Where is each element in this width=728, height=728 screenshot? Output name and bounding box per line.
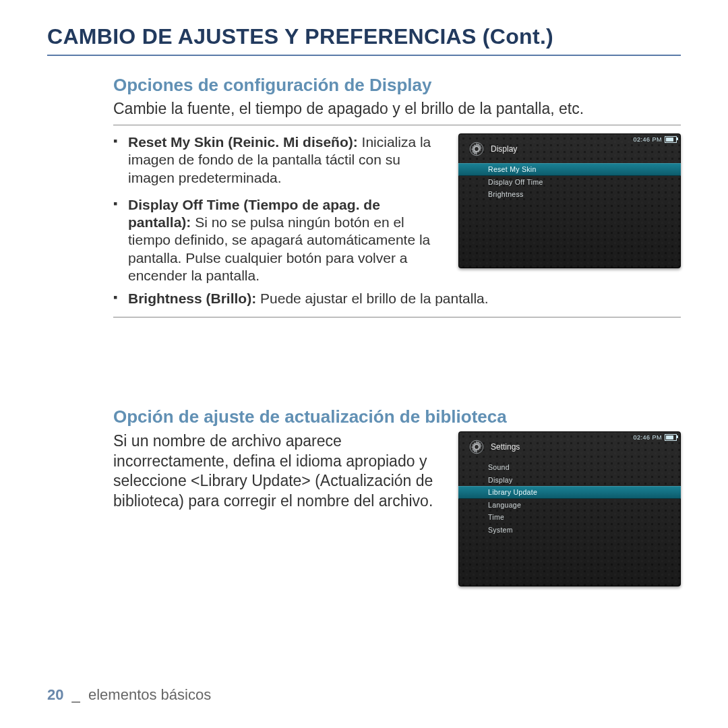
device-screenshot-display: 02:46 PM Display Reset My Skin D [458, 133, 681, 268]
menu-item[interactable]: Reset My Skin [458, 163, 681, 176]
divider [113, 317, 681, 317]
page-number: 20 [47, 686, 63, 703]
list-item-label: Reset My Skin (Reinic. Mi diseño): [128, 134, 362, 150]
clock-text: 02:46 PM [633, 136, 662, 143]
page-footer: 20 _ elementos básicos [47, 686, 211, 704]
device-menu: Sound Display Library Update Language Ti… [458, 461, 681, 536]
device-screenshot-settings: 02:46 PM Settings Sound Display [458, 431, 681, 586]
svg-point-1 [475, 147, 479, 152]
menu-item[interactable]: Time [481, 511, 681, 524]
bullet-list-display: Reset My Skin (Reinic. Mi diseño): Inici… [113, 133, 442, 294]
section-intro-display: Cambie la fuente, el tiempo de apagado y… [113, 100, 681, 118]
clock-text: 02:46 PM [633, 434, 662, 441]
divider [113, 125, 681, 125]
page-title: CAMBIO DE AJUSTES Y PREFERENCIAS (Cont.) [47, 24, 681, 56]
menu-item[interactable]: Brightness [481, 188, 681, 201]
device-title: Settings [491, 442, 520, 452]
section-heading-display: Opciones de configuración de Display [113, 75, 681, 96]
section-heading-library: Opción de ajuste de actualización de bib… [113, 406, 681, 427]
bullet-list-display-2: Brightness (Brillo): Puede ajustar el br… [113, 290, 681, 307]
list-item: Display Off Time (Tiempo de apag. de pan… [113, 196, 442, 284]
menu-item[interactable]: Library Update [458, 486, 681, 499]
gear-icon [468, 438, 485, 456]
list-item: Brightness (Brillo): Puede ajustar el br… [113, 290, 681, 307]
list-item: Reset My Skin (Reinic. Mi diseño): Inici… [113, 133, 442, 187]
list-item-text: Puede ajustar el brillo de la pantalla. [260, 291, 489, 306]
status-bar: 02:46 PM [633, 136, 677, 143]
menu-item[interactable]: Display [481, 474, 681, 487]
list-item-label: Brightness (Brillo): [128, 291, 260, 306]
device-menu: Reset My Skin Display Off Time Brightnes… [458, 163, 681, 201]
menu-item[interactable]: Language [481, 499, 681, 512]
menu-item[interactable]: System [481, 524, 681, 537]
footer-text: elementos básicos [88, 686, 211, 703]
battery-icon [665, 136, 677, 143]
footer-separator: _ [72, 686, 80, 703]
battery-icon [665, 434, 677, 441]
device-title: Display [491, 144, 517, 154]
gear-icon [468, 140, 485, 158]
status-bar: 02:46 PM [633, 434, 677, 441]
section-paragraph-library: Si un nombre de archivo aparece incorrec… [113, 431, 442, 511]
svg-point-3 [475, 445, 479, 450]
menu-item[interactable]: Display Off Time [481, 176, 681, 189]
menu-item[interactable]: Sound [481, 461, 681, 474]
